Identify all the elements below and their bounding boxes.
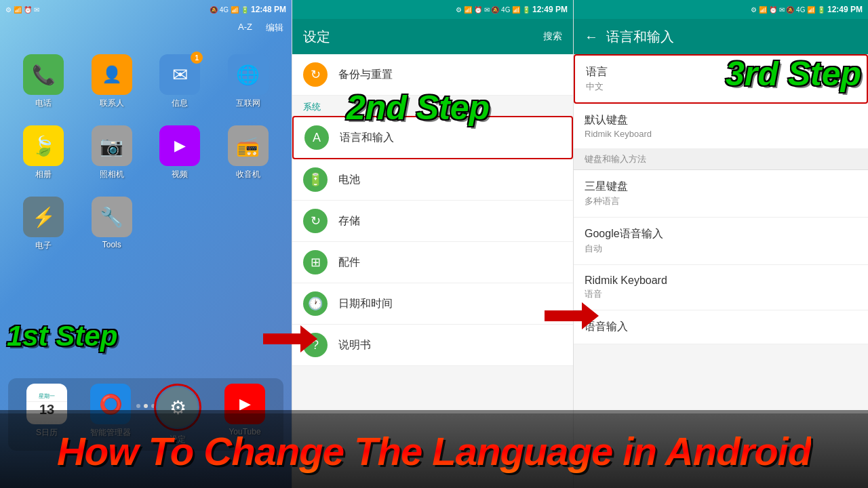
default-keyboard-title: 默认键盘 (585, 113, 857, 127)
p3-icons: ⚙ 📶 ⏰ ✉ 🔕 4G 📶 🔋 (751, 6, 825, 14)
settings-title: 设定 (303, 28, 330, 46)
arrow2-svg (545, 302, 599, 329)
bottom-title-text: How To Change The Language in Android (57, 428, 811, 474)
panel1-status-icons-right: 🔕 4G 📶 🔋 12:48 PM (210, 5, 286, 14)
app-gallery[interactable]: 🍃 相册 (14, 125, 74, 180)
panel2-status-bar: ⚙ 📶 ⏰ ✉ 🔕 4G 📶 🔋 12:49 PM (292, 0, 573, 19)
datetime-icon: 🕐 (303, 291, 328, 316)
samsung-keyboard-subtitle: 多种语言 (585, 195, 857, 207)
step3-label: 3rd Step (726, 54, 861, 94)
app-internet[interactable]: 🌐 互联网 (218, 54, 279, 109)
manual-label: 说明书 (338, 338, 371, 352)
app-video[interactable]: ▶ 视频 (150, 125, 210, 180)
alarm-icon: ⏰ (24, 6, 32, 14)
internet-icon: 🌐 (228, 54, 269, 95)
panel3-status-bar: ⚙ 📶 ⏰ ✉ 🔕 4G 📶 🔋 12:49 PM (574, 0, 868, 19)
app-contacts[interactable]: 👤 联系人 (82, 54, 142, 109)
battery-settings-icon: 🔋 (303, 167, 328, 192)
empty-slot1 (150, 197, 191, 251)
app-messages[interactable]: ✉ 1 信息 (150, 54, 210, 109)
camera-label: 照相机 (100, 169, 124, 180)
messages-label: 信息 (172, 98, 188, 109)
battery-icon: 🔋 (241, 6, 249, 14)
arrow1-container (263, 325, 317, 352)
message-icon-small: ✉ (34, 6, 39, 14)
settings-search[interactable]: 搜索 (543, 30, 562, 43)
settings-item-accessories[interactable]: ⊞ 配件 (292, 242, 573, 283)
storage-icon: ↻ (303, 209, 328, 233)
gallery-label: 相册 (35, 169, 52, 180)
settings-item-manual[interactable]: ? 说明书 (292, 325, 573, 366)
lang-item-default-keyboard[interactable]: 默认键盘 Ridmik Keyboard (574, 104, 868, 149)
settings-item-datetime[interactable]: 🕐 日期和时间 (292, 283, 573, 325)
panel1-status-bar: ⚙ 📶 ⏰ ✉ 🔕 4G 📶 🔋 12:48 PM (0, 0, 292, 19)
back-button[interactable]: ← (585, 29, 598, 45)
messages-icon: ✉ 1 (159, 54, 200, 95)
wifi-icon: 📶 (14, 6, 22, 14)
google-voice-subtitle: 自动 (585, 243, 857, 255)
app-row-3: ⚡ 电子 🔧 Tools (0, 186, 292, 262)
radio-label: 收音机 (236, 169, 260, 180)
tools2-label: Tools (102, 240, 121, 249)
language-input-title: 语言和输入 (606, 28, 674, 46)
p3-time: 12:49 PM (827, 5, 863, 14)
empty-slot2 (218, 197, 259, 251)
keyboard-section-divider: 键盘和输入方法 (574, 149, 868, 170)
silent-icon: 🔕 (210, 6, 218, 14)
language-label: 语言和输入 (340, 131, 394, 145)
lang-item-google-voice[interactable]: Google语音输入 自动 (574, 218, 868, 265)
svg-marker-0 (263, 325, 317, 352)
tools2-icon: 🔧 (92, 197, 132, 237)
accessories-icon: ⊞ (303, 250, 328, 274)
video-label: 视频 (172, 169, 188, 180)
arrow1-svg (263, 325, 317, 352)
phone-icon: 📞 (23, 54, 64, 95)
lang-item-samsung-keyboard[interactable]: 三星键盘 多种语言 (574, 170, 868, 218)
contacts-label: 联系人 (100, 98, 124, 109)
bottom-title-container: How To Change The Language in Android (0, 413, 868, 488)
step1-label: 1st Step (7, 320, 117, 352)
p2-icons: ⚙ 📶 ⏰ ✉ 🔕 4G 📶 🔋 (456, 6, 530, 14)
app-row-2: 🍃 相册 📷 照相机 ▶ 视频 📻 收音机 (0, 115, 292, 191)
app-camera[interactable]: 📷 照相机 (82, 125, 142, 180)
edit-label[interactable]: 编辑 (266, 22, 283, 34)
message-badge: 1 (191, 52, 203, 64)
settings-item-storage[interactable]: ↻ 存储 (292, 201, 573, 242)
settings-item-battery[interactable]: 🔋 电池 (292, 159, 573, 201)
camera-icon: 📷 (92, 125, 132, 166)
panel1-topbar: A-Z 编辑 (0, 19, 292, 37)
settings-icon-small: ⚙ (5, 6, 12, 14)
backup-icon: ↻ (303, 62, 328, 87)
language-list: 语言 中文 默认键盘 Ridmik Keyboard 键盘和输入方法 三星键盘 … (574, 54, 868, 344)
lang-item-voice-input[interactable]: 语音输入 (574, 310, 868, 344)
signal-icon: 4G (220, 6, 229, 14)
default-keyboard-subtitle: Ridmik Keyboard (585, 129, 857, 139)
app-phone[interactable]: 📞 电话 (14, 54, 74, 109)
google-voice-title: Google语音输入 (585, 227, 857, 241)
samsung-keyboard-title: 三星键盘 (585, 180, 857, 194)
language-header: ← 语言和输入 (574, 19, 868, 54)
p2-time: 12:49 PM (532, 5, 568, 14)
storage-label: 存储 (338, 214, 360, 228)
app-radio[interactable]: 📻 收音机 (218, 125, 279, 180)
battery-settings-label: 电池 (338, 173, 360, 187)
internet-label: 互联网 (236, 98, 260, 109)
radio-icon: 📻 (228, 125, 269, 166)
datetime-label: 日期和时间 (338, 297, 393, 311)
step2-label: 2nd Step (347, 88, 490, 127)
signal-bars: 📶 (231, 6, 239, 14)
tools-label: 电子 (35, 240, 52, 251)
panel1-time: 12:48 PM (251, 5, 286, 14)
svg-marker-1 (545, 302, 599, 329)
panel1-status-icons-left: ⚙ 📶 ⏰ ✉ (5, 6, 39, 14)
ridmik-title: Ridmik Keyboard (585, 274, 857, 287)
ridmik-subtitle: 语音 (585, 288, 857, 300)
accessories-label: 配件 (338, 256, 360, 270)
arrow2-container (545, 302, 599, 332)
app-tools2[interactable]: 🔧 Tools (82, 197, 142, 251)
language-icon: A (304, 125, 329, 150)
lang-item-ridmik[interactable]: Ridmik Keyboard 语音 (574, 265, 868, 310)
az-label[interactable]: A-Z (238, 22, 252, 34)
contacts-icon: 👤 (92, 54, 132, 95)
app-tools[interactable]: ⚡ 电子 (14, 197, 74, 251)
